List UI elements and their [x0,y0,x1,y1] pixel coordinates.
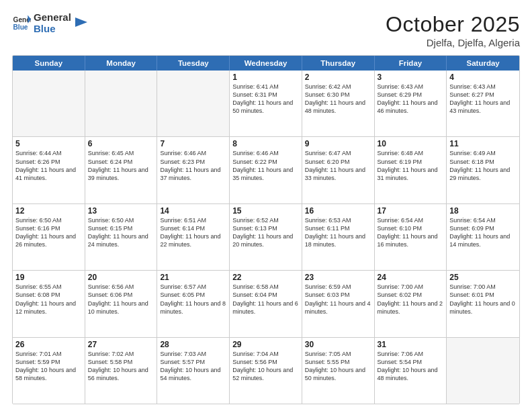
calendar-cell: 26Sunrise: 7:01 AM Sunset: 5:59 PM Dayli… [13,338,85,404]
cell-info: Sunrise: 7:05 AM Sunset: 5:55 PM Dayligh… [305,350,371,383]
logo: General Blue General Blue [12,12,87,34]
calendar-cell: 29Sunrise: 7:04 AM Sunset: 5:56 PM Dayli… [230,338,302,404]
calendar-cell: 24Sunrise: 7:00 AM Sunset: 6:02 PM Dayli… [375,271,447,336]
calendar-cell: 10Sunrise: 6:48 AM Sunset: 6:19 PM Dayli… [375,137,447,203]
cell-date: 17 [378,206,444,216]
calendar-row: 26Sunrise: 7:01 AM Sunset: 5:59 PM Dayli… [13,338,519,404]
calendar-cell: 8Sunrise: 6:46 AM Sunset: 6:22 PM Daylig… [230,137,302,203]
cell-date: 26 [15,340,82,349]
cell-info: Sunrise: 6:52 AM Sunset: 6:13 PM Dayligh… [232,216,299,249]
cell-info: Sunrise: 6:56 AM Sunset: 6:06 PM Dayligh… [88,283,154,316]
calendar-row: 1Sunrise: 6:41 AM Sunset: 6:31 PM Daylig… [13,71,519,137]
cell-date: 25 [449,273,517,282]
cell-info: Sunrise: 7:00 AM Sunset: 6:01 PM Dayligh… [449,283,517,316]
cell-info: Sunrise: 6:47 AM Sunset: 6:20 PM Dayligh… [305,149,371,182]
cell-date: 9 [305,139,371,148]
weekday-header: Tuesday [157,56,230,71]
cell-info: Sunrise: 6:57 AM Sunset: 6:05 PM Dayligh… [160,283,226,316]
weekday-header: Thursday [302,56,375,71]
calendar-cell: 7Sunrise: 6:46 AM Sunset: 6:23 PM Daylig… [157,137,230,203]
header: General Blue General Blue October 2025 D… [12,12,520,48]
cell-date: 7 [160,139,226,148]
cell-info: Sunrise: 6:46 AM Sunset: 6:23 PM Dayligh… [160,149,226,182]
cell-date: 5 [15,139,82,148]
logo-blue: Blue [34,24,71,35]
calendar-cell: 22Sunrise: 6:58 AM Sunset: 6:04 PM Dayli… [230,271,302,336]
cell-date: 24 [378,273,444,282]
calendar-cell: 21Sunrise: 6:57 AM Sunset: 6:05 PM Dayli… [157,271,230,336]
cell-info: Sunrise: 6:59 AM Sunset: 6:03 PM Dayligh… [305,283,371,316]
location-title: Djelfa, Djelfa, Algeria [386,37,520,48]
cell-date: 19 [15,273,82,282]
calendar-cell: 9Sunrise: 6:47 AM Sunset: 6:20 PM Daylig… [302,137,375,203]
cell-info: Sunrise: 6:49 AM Sunset: 6:18 PM Dayligh… [449,149,517,182]
cell-date: 27 [88,340,154,349]
calendar-cell: 11Sunrise: 6:49 AM Sunset: 6:18 PM Dayli… [447,137,519,203]
cell-date: 11 [449,139,517,148]
weekday-header: Friday [375,56,447,71]
calendar-cell: 13Sunrise: 6:50 AM Sunset: 6:15 PM Dayli… [85,204,158,270]
cell-date: 18 [449,206,517,216]
cell-info: Sunrise: 6:53 AM Sunset: 6:11 PM Dayligh… [305,216,371,249]
cell-info: Sunrise: 7:06 AM Sunset: 5:54 PM Dayligh… [378,350,444,383]
calendar-cell: 23Sunrise: 6:59 AM Sunset: 6:03 PM Dayli… [302,271,375,336]
calendar-cell: 14Sunrise: 6:51 AM Sunset: 6:14 PM Dayli… [157,204,230,270]
calendar-cell: 3Sunrise: 6:43 AM Sunset: 6:29 PM Daylig… [375,71,447,136]
calendar-body: 1Sunrise: 6:41 AM Sunset: 6:31 PM Daylig… [13,71,519,404]
cell-date: 8 [232,139,299,148]
calendar-cell: 25Sunrise: 7:00 AM Sunset: 6:01 PM Dayli… [447,271,519,336]
calendar-cell [85,71,158,136]
calendar-header: SundayMondayTuesdayWednesdayThursdayFrid… [13,56,519,71]
cell-info: Sunrise: 7:04 AM Sunset: 5:56 PM Dayligh… [232,350,299,383]
cell-info: Sunrise: 6:44 AM Sunset: 6:26 PM Dayligh… [15,149,82,182]
cell-info: Sunrise: 6:50 AM Sunset: 6:15 PM Dayligh… [88,216,154,249]
cell-date: 1 [232,73,299,82]
calendar-cell: 1Sunrise: 6:41 AM Sunset: 6:31 PM Daylig… [230,71,302,136]
cell-info: Sunrise: 6:55 AM Sunset: 6:08 PM Dayligh… [15,283,82,316]
cell-info: Sunrise: 7:03 AM Sunset: 5:57 PM Dayligh… [160,350,226,383]
calendar-cell: 17Sunrise: 6:54 AM Sunset: 6:10 PM Dayli… [375,204,447,270]
cell-info: Sunrise: 6:41 AM Sunset: 6:31 PM Dayligh… [232,83,299,116]
calendar-cell: 18Sunrise: 6:54 AM Sunset: 6:09 PM Dayli… [447,204,519,270]
title-block: October 2025 Djelfa, Djelfa, Algeria [386,12,520,48]
logo-icon: General Blue [12,14,31,33]
cell-date: 22 [232,273,299,282]
weekday-header: Sunday [13,56,85,71]
cell-date: 14 [160,206,226,216]
cell-info: Sunrise: 6:42 AM Sunset: 6:30 PM Dayligh… [305,83,371,116]
cell-date: 13 [88,206,154,216]
cell-date: 16 [305,206,371,216]
cell-info: Sunrise: 6:54 AM Sunset: 6:10 PM Dayligh… [378,216,444,249]
cell-info: Sunrise: 6:43 AM Sunset: 6:27 PM Dayligh… [449,83,517,116]
cell-date: 30 [305,340,371,349]
logo-general: General [34,12,71,24]
svg-text:Blue: Blue [13,24,28,31]
calendar-cell: 16Sunrise: 6:53 AM Sunset: 6:11 PM Dayli… [302,204,375,270]
cell-info: Sunrise: 6:51 AM Sunset: 6:14 PM Dayligh… [160,216,226,249]
cell-info: Sunrise: 6:54 AM Sunset: 6:09 PM Dayligh… [449,216,517,249]
cell-date: 21 [160,273,226,282]
cell-date: 23 [305,273,371,282]
cell-info: Sunrise: 6:58 AM Sunset: 6:04 PM Dayligh… [232,283,299,316]
cell-info: Sunrise: 7:01 AM Sunset: 5:59 PM Dayligh… [15,350,82,383]
calendar-row: 5Sunrise: 6:44 AM Sunset: 6:26 PM Daylig… [13,137,519,203]
cell-info: Sunrise: 6:46 AM Sunset: 6:22 PM Dayligh… [232,149,299,182]
logo-arrow-icon [73,15,87,30]
cell-date: 12 [15,206,82,216]
calendar-cell: 30Sunrise: 7:05 AM Sunset: 5:55 PM Dayli… [302,338,375,404]
cell-info: Sunrise: 7:02 AM Sunset: 5:58 PM Dayligh… [88,350,154,383]
calendar: SundayMondayTuesdayWednesdayThursdayFrid… [12,55,520,404]
calendar-cell: 2Sunrise: 6:42 AM Sunset: 6:30 PM Daylig… [302,71,375,136]
cell-date: 4 [449,73,517,82]
weekday-header: Saturday [447,56,519,71]
calendar-cell: 6Sunrise: 6:45 AM Sunset: 6:24 PM Daylig… [85,137,158,203]
calendar-cell [157,71,230,136]
cell-info: Sunrise: 7:00 AM Sunset: 6:02 PM Dayligh… [378,283,444,316]
calendar-cell: 12Sunrise: 6:50 AM Sunset: 6:16 PM Dayli… [13,204,85,270]
month-title: October 2025 [386,12,520,37]
calendar-cell: 20Sunrise: 6:56 AM Sunset: 6:06 PM Dayli… [85,271,158,336]
page: General Blue General Blue October 2025 D… [0,0,532,411]
cell-date: 31 [378,340,444,349]
calendar-cell [13,71,85,136]
cell-date: 20 [88,273,154,282]
